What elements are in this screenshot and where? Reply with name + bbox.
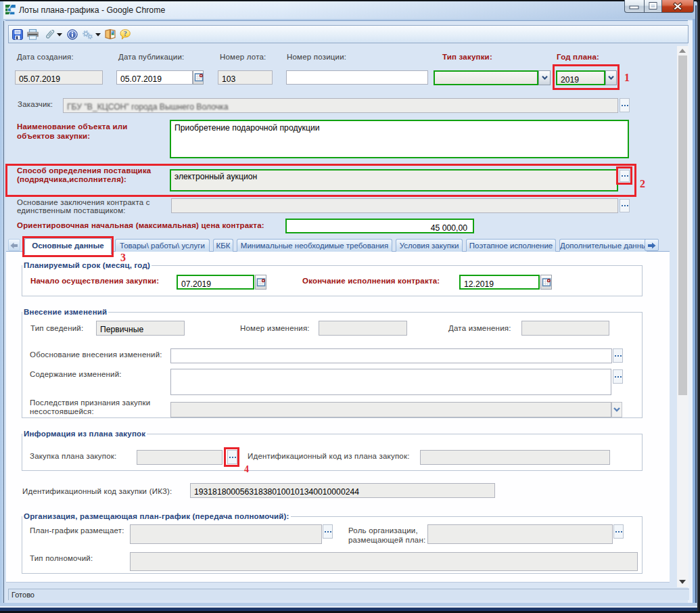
svg-text:?: ?: [124, 30, 127, 37]
